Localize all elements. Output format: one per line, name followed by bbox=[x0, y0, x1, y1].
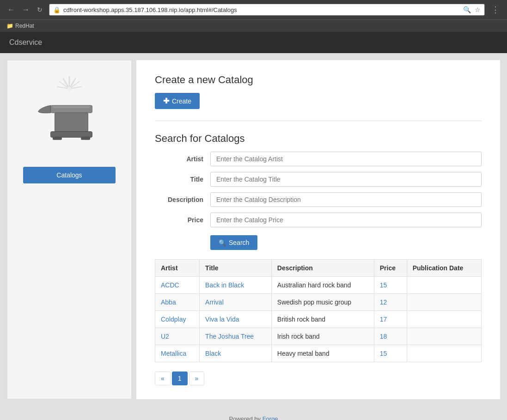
price-link[interactable]: 15 bbox=[380, 350, 387, 357]
price-link[interactable]: 15 bbox=[380, 281, 387, 289]
cell-description: Heavy metal band bbox=[271, 345, 374, 362]
svg-point-7 bbox=[67, 87, 72, 91]
content-area: Create a new Catalog ✚ Create Search for… bbox=[136, 60, 500, 399]
plus-icon: ✚ bbox=[163, 97, 169, 105]
col-price: Price bbox=[374, 260, 407, 277]
browser-chrome: ← → ↻ 🔒 cdfront-workshop.apps.35.187.106… bbox=[0, 0, 507, 32]
cell-description: British rock band bbox=[271, 311, 374, 328]
powered-by-text: Powered by bbox=[229, 415, 262, 420]
artist-link[interactable]: Metallica bbox=[161, 350, 186, 357]
cell-artist: Coldplay bbox=[155, 311, 200, 328]
artist-input[interactable] bbox=[210, 152, 482, 166]
title-link[interactable]: Viva la Vida bbox=[205, 316, 239, 323]
footer-line1: Powered by Forge bbox=[9, 415, 498, 420]
title-link[interactable]: Arrival bbox=[205, 298, 224, 306]
back-button[interactable]: ← bbox=[5, 5, 18, 15]
forge-link[interactable]: Forge bbox=[263, 415, 278, 420]
main-layout: Catalogs Create a new Catalog ✚ Create S… bbox=[0, 53, 507, 406]
anvil-logo-svg bbox=[28, 72, 111, 155]
price-input[interactable] bbox=[210, 213, 482, 227]
price-link[interactable]: 18 bbox=[380, 333, 387, 340]
cell-price: 12 bbox=[374, 294, 407, 311]
table-row: ACDC Back in Black Australian hard rock … bbox=[155, 277, 482, 294]
app-title: Cdservice bbox=[9, 38, 42, 46]
col-pub-date: Publication Date bbox=[407, 260, 481, 277]
table-header-row: Artist Title Description Price Publicati… bbox=[155, 260, 482, 277]
create-button[interactable]: ✚ Create bbox=[155, 93, 200, 109]
cell-pub-date bbox=[407, 311, 481, 328]
price-field-row: Price bbox=[155, 213, 482, 227]
artist-link[interactable]: ACDC bbox=[161, 281, 179, 289]
bookmark-redhat[interactable]: 📁 RedHat bbox=[5, 22, 36, 30]
sidebar-logo bbox=[23, 67, 116, 160]
cell-title: The Joshua Tree bbox=[200, 328, 272, 345]
pagination: « 1 » bbox=[155, 371, 482, 385]
artist-link[interactable]: Coldplay bbox=[161, 316, 186, 323]
col-artist: Artist bbox=[155, 260, 200, 277]
table-header: Artist Title Description Price Publicati… bbox=[155, 260, 482, 277]
title-link[interactable]: Black bbox=[205, 350, 221, 357]
cell-price: 18 bbox=[374, 328, 407, 345]
catalogs-nav-button[interactable]: Catalogs bbox=[23, 167, 116, 183]
description-input[interactable] bbox=[210, 192, 482, 207]
price-label: Price bbox=[155, 216, 210, 224]
cell-title: Back in Black bbox=[200, 277, 272, 294]
forward-button[interactable]: → bbox=[19, 5, 32, 15]
lock-icon: 🔒 bbox=[53, 6, 61, 13]
artist-link[interactable]: Abba bbox=[161, 298, 176, 306]
svg-rect-11 bbox=[53, 137, 62, 140]
price-link[interactable]: 17 bbox=[380, 316, 387, 323]
title-link[interactable]: Back in Black bbox=[205, 281, 244, 289]
svg-rect-13 bbox=[53, 106, 90, 108]
col-title: Title bbox=[200, 260, 272, 277]
cell-title: Arrival bbox=[200, 294, 272, 311]
sparks bbox=[57, 76, 82, 91]
search-section: Search for Catalogs Artist Title Descrip… bbox=[155, 133, 482, 385]
cell-artist: Abba bbox=[155, 294, 200, 311]
url-text: cdfront-workshop.apps.35.187.106.198.nip… bbox=[63, 6, 460, 13]
artist-label: Artist bbox=[155, 155, 210, 163]
browser-toolbar: ← → ↻ 🔒 cdfront-workshop.apps.35.187.106… bbox=[0, 0, 507, 19]
address-bar[interactable]: 🔒 cdfront-workshop.apps.35.187.106.198.n… bbox=[49, 4, 485, 16]
table-row: U2 The Joshua Tree Irish rock band 18 bbox=[155, 328, 482, 345]
create-button-label: Create bbox=[172, 97, 191, 105]
search-title: Search for Catalogs bbox=[155, 133, 482, 145]
title-link[interactable]: The Joshua Tree bbox=[205, 333, 254, 340]
cell-pub-date bbox=[407, 277, 481, 294]
search-button-label: Search bbox=[229, 239, 249, 246]
search-icon: 🔍 bbox=[463, 6, 471, 13]
cell-pub-date bbox=[407, 294, 481, 311]
cell-artist: ACDC bbox=[155, 277, 200, 294]
artist-field-row: Artist bbox=[155, 152, 482, 166]
table-row: Abba Arrival Swedish pop music group 12 bbox=[155, 294, 482, 311]
title-input[interactable] bbox=[210, 172, 482, 187]
results-table: Artist Title Description Price Publicati… bbox=[155, 259, 482, 362]
svg-rect-9 bbox=[55, 113, 88, 132]
section-divider bbox=[155, 121, 482, 121]
browser-menu-button[interactable]: ⋮ bbox=[489, 4, 502, 16]
svg-rect-10 bbox=[51, 132, 92, 138]
cell-price: 15 bbox=[374, 277, 407, 294]
cell-description: Irish rock band bbox=[271, 328, 374, 345]
pagination-prev[interactable]: « bbox=[155, 371, 171, 385]
cell-artist: Metallica bbox=[155, 345, 200, 362]
svg-rect-12 bbox=[81, 137, 90, 140]
pagination-current[interactable]: 1 bbox=[172, 371, 188, 385]
cell-artist: U2 bbox=[155, 328, 200, 345]
col-description: Description bbox=[271, 260, 374, 277]
artist-link[interactable]: U2 bbox=[161, 333, 169, 340]
cell-pub-date bbox=[407, 345, 481, 362]
search-button[interactable]: 🔍 Search bbox=[210, 235, 257, 250]
cell-description: Australian hard rock band bbox=[271, 277, 374, 294]
price-link[interactable]: 12 bbox=[380, 298, 387, 306]
nav-buttons: ← → ↻ bbox=[5, 5, 45, 15]
title-label: Title bbox=[155, 176, 210, 183]
pagination-next[interactable]: » bbox=[189, 371, 205, 385]
footer: Powered by Forge Glyphicons Free license… bbox=[0, 406, 507, 420]
folder-icon: 📁 bbox=[6, 23, 13, 29]
description-field-row: Description bbox=[155, 192, 482, 207]
address-icons: 🔍 ☆ bbox=[463, 6, 481, 13]
refresh-button[interactable]: ↻ bbox=[34, 5, 45, 15]
sidebar: Catalogs bbox=[7, 60, 132, 399]
cell-title: Black bbox=[200, 345, 272, 362]
